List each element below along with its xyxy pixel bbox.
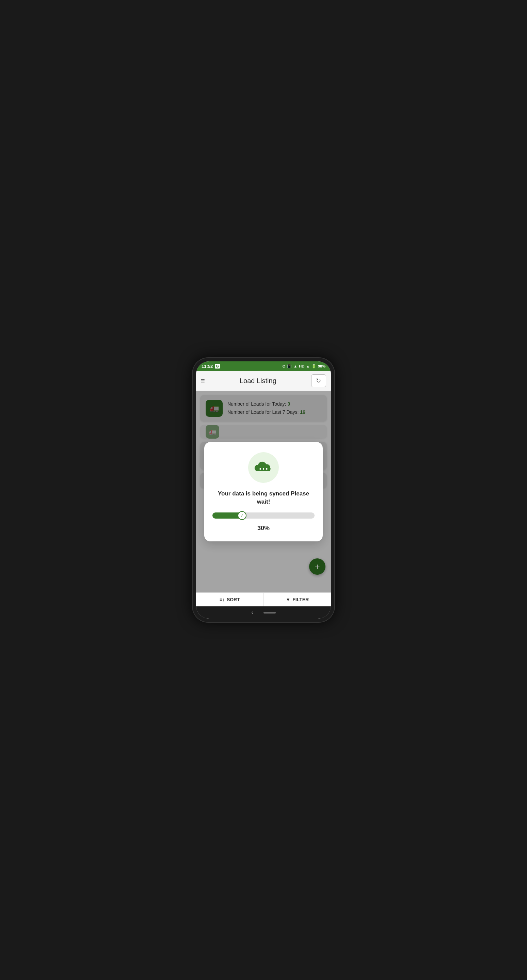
battery-icon: 🔋 [312,364,316,369]
svg-point-2 [266,468,267,470]
bottom-toolbar: ≡↓ SORT ▼ FILTER [196,592,331,606]
battery-percent: 98% [318,364,325,368]
modal-overlay: Your data is being synced Please wait! ✓… [196,391,331,592]
page-title: Load Listing [240,377,276,385]
google-icon: G [215,364,220,369]
content-area: 🚛 Number of Loads for Today: 0 Number of… [196,391,331,592]
filter-label: FILTER [293,597,309,602]
svg-point-0 [260,468,261,470]
phone-screen: 11:52 G ⊙ 📳 ▲ HD ▲ 🔋 98% ≡ Load Listing … [196,361,331,619]
status-right: ⊙ 📳 ▲ HD ▲ 🔋 98% [282,364,325,369]
progress-container: ✓ [212,512,315,519]
refresh-button[interactable]: ↻ [311,374,326,387]
refresh-icon: ↻ [316,377,321,385]
hd-badge: HD [299,364,304,368]
menu-button[interactable]: ≡ [201,377,205,385]
home-nav-indicator[interactable] [263,612,276,614]
signal-icon: ▲ [306,364,310,368]
status-left: 11:52 G [202,364,220,369]
progress-fill: ✓ [212,512,243,519]
phone-frame: 11:52 G ⊙ 📳 ▲ HD ▲ 🔋 98% ≡ Load Listing … [192,357,335,623]
progress-track: ✓ [212,512,315,519]
cloud-sync-icon [253,460,274,475]
back-nav-icon[interactable]: ‹ [251,609,253,616]
location-icon: ⊙ [282,364,285,369]
svg-point-1 [263,468,264,470]
status-bar: 11:52 G ⊙ 📳 ▲ HD ▲ 🔋 98% [196,361,331,371]
vibrate-icon: 📳 [287,364,292,369]
sync-modal: Your data is being synced Please wait! ✓… [204,442,323,542]
sync-icon-circle [248,452,279,483]
sort-label: SORT [227,597,240,602]
sort-icon: ≡↓ [220,597,225,602]
filter-icon: ▼ [286,597,290,602]
filter-button[interactable]: ▼ FILTER [264,593,331,606]
wifi-icon: ▲ [293,364,297,368]
progress-check-icon: ✓ [238,511,247,520]
sort-button[interactable]: ≡↓ SORT [196,593,264,606]
app-bar: ≡ Load Listing ↻ [196,371,331,391]
progress-percent: 30% [257,525,270,532]
sync-message: Your data is being synced Please wait! [212,490,315,506]
status-time: 11:52 [202,364,213,369]
phone-nav-bar: ‹ [196,606,331,619]
